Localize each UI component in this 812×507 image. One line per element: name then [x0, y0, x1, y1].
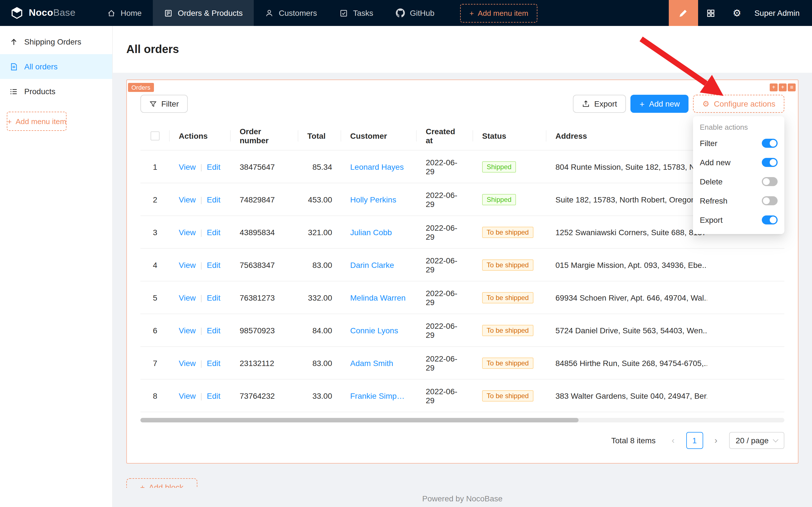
row-actions: View | Edit	[170, 314, 231, 346]
filter-icon	[150, 100, 157, 107]
table-row: 2 View | Edit 74829847 453.00 Holly Perk…	[140, 183, 785, 216]
add-new-button[interactable]: + Add new	[630, 95, 689, 113]
edit-link[interactable]: Edit	[207, 195, 220, 204]
customer-link[interactable]: Holly Perkins	[350, 195, 396, 204]
nav-item-customers[interactable]: Customers	[254, 0, 328, 26]
view-link[interactable]: View	[179, 162, 196, 171]
row-index: 1	[140, 151, 170, 183]
row-actions: View | Edit	[170, 347, 231, 379]
menu-item-add-new[interactable]: Add new	[693, 153, 785, 172]
customer-link[interactable]: Leonard Hayes	[350, 162, 404, 171]
home-icon	[107, 9, 116, 17]
customer-link[interactable]: Melinda Warren	[350, 293, 406, 302]
add-block-button[interactable]: + Add block	[126, 478, 197, 488]
view-link[interactable]: View	[179, 391, 196, 400]
created-at-cell: 2022-06-29	[417, 281, 473, 314]
row-filler	[707, 249, 785, 281]
divider: |	[200, 358, 202, 368]
ui-editor-button[interactable]	[669, 0, 698, 26]
select-all-checkbox[interactable]	[151, 131, 160, 140]
created-at-cell: 2022-06-29	[417, 380, 473, 412]
dropdown-title: Enable actions	[693, 120, 785, 134]
edit-link[interactable]: Edit	[207, 162, 220, 171]
row-filler	[707, 380, 785, 412]
order-number-cell: 98570923	[231, 314, 298, 346]
user-menu[interactable]: Super Admin	[750, 0, 812, 26]
plugins-grid-button[interactable]	[698, 0, 724, 26]
menu-item-refresh[interactable]: Refresh	[693, 191, 785, 210]
table-toolbar: Filter Export + Add new	[140, 95, 785, 113]
customer-link[interactable]: Frankie Simpson	[350, 391, 408, 400]
edit-link[interactable]: Edit	[207, 293, 220, 302]
column-header-actions: Actions	[170, 122, 231, 150]
pagination: Total 8 items ‹ 1 › 20 / page	[140, 432, 785, 449]
prev-page-button[interactable]: ‹	[664, 432, 682, 449]
next-page-button[interactable]: ›	[707, 432, 724, 449]
sidebar-item-products[interactable]: Products	[0, 79, 112, 104]
export-switch[interactable]	[762, 215, 777, 224]
edit-link[interactable]: Edit	[207, 358, 220, 368]
address-cell: 383 Walter Gardens, Suite 040, 24947, Be…	[546, 380, 707, 412]
row-filler	[707, 314, 785, 346]
edit-link[interactable]: Edit	[207, 326, 220, 335]
horizontal-scrollbar-thumb[interactable]	[140, 418, 578, 422]
current-page-button[interactable]: 1	[686, 432, 703, 449]
column-header-customer: Customer	[341, 122, 417, 150]
navbar-add-menu-item-button[interactable]: + Add menu item	[460, 4, 537, 22]
add-action-icon[interactable]: +	[779, 83, 787, 91]
refresh-switch[interactable]	[762, 196, 777, 205]
created-at-cell: 2022-06-29	[417, 249, 473, 281]
row-index: 2	[140, 183, 170, 215]
configure-actions-button[interactable]: ⚙ Configure actions	[693, 95, 785, 113]
collection-tag: Orders	[128, 83, 154, 92]
edit-link[interactable]: Edit	[207, 260, 220, 269]
edit-link[interactable]: Edit	[207, 228, 220, 237]
menu-item-filter[interactable]: Filter	[693, 134, 785, 153]
nav-item-home[interactable]: Home	[96, 0, 153, 26]
address-cell: 015 Margie Mission, Apt. 093, 34936, Ebe…	[546, 249, 707, 281]
nav-item-tasks[interactable]: Tasks	[328, 0, 385, 26]
status-badge: To be shipped	[482, 390, 533, 401]
settings-button[interactable]: ⚙	[724, 0, 750, 26]
customer-link[interactable]: Connie Lyons	[350, 326, 398, 335]
view-link[interactable]: View	[179, 195, 196, 204]
nav-item-github[interactable]: GitHub	[385, 0, 446, 26]
footer-text: Powered by NocoBase	[113, 494, 812, 503]
order-number-cell: 74829847	[231, 183, 298, 215]
customer-link[interactable]: Adam Smith	[350, 358, 393, 368]
customer-link[interactable]: Darin Clarke	[350, 260, 394, 269]
customer-link[interactable]: Julian Cobb	[350, 228, 392, 237]
add-column-icon[interactable]: +	[770, 83, 777, 91]
nocobase-logo[interactable]: NocoBase	[10, 0, 75, 26]
menu-item-export[interactable]: Export	[693, 210, 785, 230]
row-index: 7	[140, 347, 170, 379]
address-cell: Suite 182, 15783, North Robert, Oregon..…	[546, 183, 707, 215]
export-button[interactable]: Export	[573, 95, 626, 113]
divider: |	[200, 293, 202, 302]
orders-icon	[164, 9, 173, 17]
view-link[interactable]: View	[179, 326, 196, 335]
created-at-cell: 2022-06-29	[417, 151, 473, 183]
sidebar-item-all-orders[interactable]: All orders	[0, 54, 112, 79]
menu-item-delete[interactable]: Delete	[693, 172, 785, 191]
block-menu-icon[interactable]: ≡	[788, 83, 796, 91]
page-size-select[interactable]: 20 / page	[729, 432, 785, 449]
sidebar-item-shipping-orders[interactable]: Shipping Orders	[0, 29, 112, 54]
table-row: 7 View | Edit 23132112 83.00 Adam Smith …	[140, 347, 785, 380]
delete-switch[interactable]	[762, 177, 777, 186]
created-at-cell: 2022-06-29	[417, 183, 473, 215]
view-link[interactable]: View	[179, 260, 196, 269]
row-filler	[707, 281, 785, 314]
total-cell: 84.00	[298, 314, 341, 346]
filter-switch[interactable]	[762, 139, 777, 148]
total-cell: 332.00	[298, 281, 341, 314]
view-link[interactable]: View	[179, 228, 196, 237]
edit-link[interactable]: Edit	[207, 391, 220, 400]
page-content: Orders + + ≡ Filter	[113, 73, 812, 507]
filter-button[interactable]: Filter	[140, 95, 188, 113]
add-new-switch[interactable]	[762, 158, 777, 167]
sidebar-add-menu-item-button[interactable]: + Add menu item	[7, 112, 67, 131]
view-link[interactable]: View	[179, 293, 196, 302]
nav-item-orders-products[interactable]: Orders & Products	[153, 0, 254, 26]
view-link[interactable]: View	[179, 358, 196, 368]
